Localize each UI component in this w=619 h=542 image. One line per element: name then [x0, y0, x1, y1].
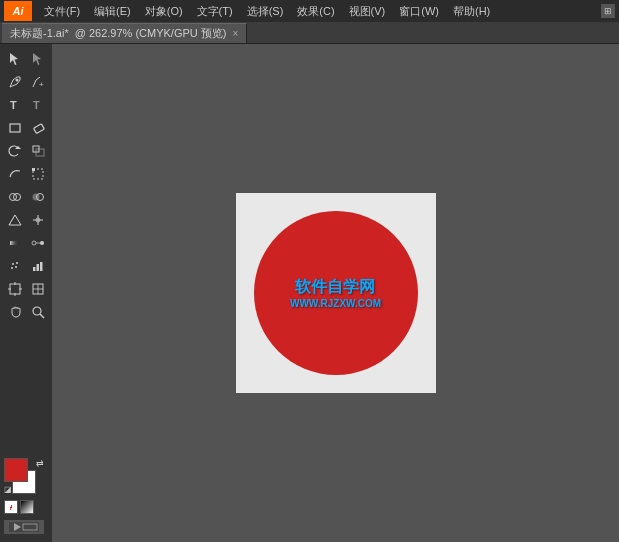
svg-rect-41: [9, 522, 39, 532]
slice-tool[interactable]: [27, 278, 49, 300]
menu-select[interactable]: 选择(S): [241, 2, 290, 21]
canvas-area: 软件自学网 WWW.RJZXW.COM: [52, 44, 619, 542]
tool-row-12: [4, 301, 49, 323]
svg-line-18: [9, 215, 15, 225]
tool-row-1: [4, 48, 49, 70]
svg-marker-17: [9, 215, 21, 225]
svg-point-39: [33, 307, 41, 315]
color-mode-row: /: [4, 500, 34, 514]
symbol-sprayer-tool[interactable]: [4, 255, 26, 277]
pen-tool[interactable]: [4, 71, 26, 93]
svg-rect-6: [10, 124, 20, 132]
svg-rect-28: [33, 267, 36, 271]
column-graph-tool[interactable]: [27, 255, 49, 277]
tool-row-8: [4, 209, 49, 231]
touch-type-tool[interactable]: T: [27, 94, 49, 116]
warp-tool[interactable]: [4, 163, 26, 185]
hand-tool[interactable]: [4, 301, 26, 323]
rectangle-tool[interactable]: [4, 117, 26, 139]
perspective-grid-tool[interactable]: [4, 209, 26, 231]
svg-point-2: [15, 79, 18, 82]
artboard-tool[interactable]: [4, 278, 26, 300]
svg-point-27: [15, 266, 17, 268]
document-tab[interactable]: 未标题-1.ai* @ 262.97% (CMYK/GPU 预览) ×: [2, 23, 247, 43]
svg-marker-1: [33, 53, 41, 65]
svg-rect-20: [10, 241, 20, 245]
tab-close-button[interactable]: ×: [232, 28, 238, 39]
svg-point-22: [40, 241, 44, 245]
zoom-tool[interactable]: [27, 301, 49, 323]
tab-bar: 未标题-1.ai* @ 262.97% (CMYK/GPU 预览) ×: [0, 22, 619, 44]
toolbar: + T T: [0, 44, 52, 542]
swap-colors-icon[interactable]: ⇄: [36, 458, 44, 468]
blend-tool[interactable]: [27, 232, 49, 254]
tool-row-6: [4, 163, 49, 185]
rotate-tool[interactable]: [4, 140, 26, 162]
tool-row-9: [4, 232, 49, 254]
color-squares: ⇄ ◪: [4, 458, 44, 494]
svg-rect-12: [32, 168, 35, 171]
menu-view[interactable]: 视图(V): [343, 2, 392, 21]
svg-point-21: [32, 241, 36, 245]
menu-type[interactable]: 文字(T): [191, 2, 239, 21]
tool-row-11: [4, 278, 49, 300]
tab-title: 未标题-1.ai*: [10, 26, 69, 41]
svg-text:T: T: [10, 99, 17, 111]
type-tool[interactable]: T: [4, 94, 26, 116]
svg-rect-31: [10, 284, 20, 294]
svg-text:T: T: [33, 99, 40, 111]
svg-point-25: [16, 262, 18, 264]
main-area: + T T: [0, 44, 619, 542]
tool-row-2: +: [4, 71, 49, 93]
svg-line-40: [40, 314, 44, 318]
menu-file[interactable]: 文件(F): [38, 2, 86, 21]
grid-icon[interactable]: ⊞: [601, 4, 615, 18]
screen-mode-button[interactable]: [4, 520, 44, 534]
direct-selection-tool[interactable]: [27, 48, 49, 70]
scale-tool[interactable]: [27, 140, 49, 162]
tool-row-7: [4, 186, 49, 208]
free-transform-tool[interactable]: [27, 163, 49, 185]
window-controls: ⊞: [601, 4, 615, 18]
tool-row-3: T T: [4, 94, 49, 116]
tool-row-5: [4, 140, 49, 162]
live-paint-tool[interactable]: [27, 186, 49, 208]
shape-builder-tool[interactable]: [4, 186, 26, 208]
ai-logo: Ai: [4, 1, 32, 21]
svg-rect-30: [40, 262, 43, 271]
selection-tool[interactable]: [4, 48, 26, 70]
no-fill-button[interactable]: /: [4, 500, 18, 514]
color-area: ⇄ ◪ /: [2, 454, 50, 538]
gradient-tool[interactable]: [4, 232, 26, 254]
tool-row-10: [4, 255, 49, 277]
tool-row-4: [4, 117, 49, 139]
svg-rect-29: [36, 264, 39, 271]
svg-point-26: [11, 267, 13, 269]
title-bar: Ai 文件(F) 编辑(E) 对象(O) 文字(T) 选择(S) 效果(C) 视…: [0, 0, 619, 22]
svg-point-24: [12, 263, 14, 265]
mesh-tool[interactable]: [27, 209, 49, 231]
menu-bar: 文件(F) 编辑(E) 对象(O) 文字(T) 选择(S) 效果(C) 视图(V…: [38, 2, 601, 21]
gradient-button[interactable]: [20, 500, 34, 514]
menu-window[interactable]: 窗口(W): [393, 2, 445, 21]
menu-effect[interactable]: 效果(C): [291, 2, 340, 21]
menu-help[interactable]: 帮助(H): [447, 2, 496, 21]
menu-edit[interactable]: 编辑(E): [88, 2, 137, 21]
foreground-color-swatch[interactable]: [4, 458, 28, 482]
artboard: 软件自学网 WWW.RJZXW.COM: [236, 193, 436, 393]
add-anchor-tool[interactable]: +: [27, 71, 49, 93]
menu-object[interactable]: 对象(O): [139, 2, 189, 21]
svg-marker-0: [10, 53, 18, 65]
svg-text:+: +: [39, 80, 44, 89]
eraser-tool[interactable]: [27, 117, 49, 139]
red-circle: [254, 211, 418, 375]
tab-info: @ 262.97% (CMYK/GPU 预览): [75, 26, 227, 41]
svg-rect-7: [33, 124, 44, 134]
default-colors-icon[interactable]: ◪: [4, 485, 12, 494]
